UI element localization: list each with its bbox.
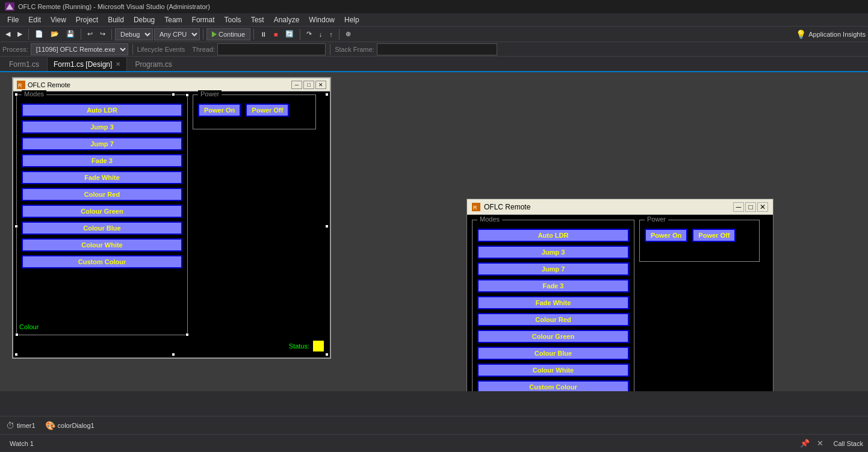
tb-step-over[interactable]: ↷ [303, 28, 315, 41]
runtime-jump7-btn[interactable]: Jump 7 [477, 262, 629, 276]
menu-debug[interactable]: Debug [129, 14, 160, 25]
designer-custom-colour-btn[interactable]: Custom Colour [22, 255, 182, 268]
menu-build[interactable]: Build [103, 14, 129, 25]
tab-program-cs-label: Program.cs [135, 60, 172, 69]
runtime-auto-ldr-btn[interactable]: Auto LDR [477, 229, 629, 242]
designer-colour-blue-btn[interactable]: Colour Blue [22, 221, 182, 235]
menu-team[interactable]: Team [160, 14, 187, 25]
runtime-colour-green-btn[interactable]: Colour Green [477, 330, 629, 343]
designer-minimize-btn[interactable]: ─ [291, 81, 302, 89]
modes-sel-br[interactable] [185, 333, 189, 336]
stack-frame-input[interactable] [377, 43, 497, 55]
tb-open-btn[interactable]: 📂 [48, 28, 62, 41]
tab-program-cs[interactable]: Program.cs [128, 57, 178, 71]
designer-fade3-btn[interactable]: Fade 3 [22, 154, 182, 167]
tb-undo-btn[interactable]: ↩ [84, 28, 96, 41]
application-insights-button[interactable]: 💡 Application Insights [796, 29, 866, 39]
close-panel-btn[interactable]: ✕ [814, 438, 826, 449]
menu-help[interactable]: Help [339, 14, 364, 25]
runtime-jump3-btn[interactable]: Jump 3 [477, 246, 629, 259]
ai-label: Application Insights [808, 31, 866, 38]
lifecycle-label: Lifecycle Events [137, 46, 185, 53]
designer-power-off-btn[interactable]: Power Off [246, 104, 289, 117]
runtime-power-label: Power [645, 215, 668, 223]
watch1-tab[interactable]: Watch 1 [5, 439, 39, 448]
title-bar: OFLC Remote (Running) - Microsoft Visual… [0, 0, 868, 13]
tb-stop-btn[interactable]: ■ [271, 28, 281, 41]
tb-step-out[interactable]: ↑ [326, 28, 336, 41]
runtime-custom-colour-btn[interactable]: Custom Colour [477, 380, 629, 391]
menu-edit[interactable]: Edit [23, 14, 46, 25]
menu-window[interactable]: Window [304, 14, 339, 25]
tab-form1-cs-design[interactable]: Form1.cs [Design] ✕ [47, 57, 127, 71]
runtime-close-btn[interactable]: ✕ [757, 202, 768, 212]
toolbar2: Process: [11096] OFLC Remote.exe Lifecyc… [0, 42, 868, 57]
designer-maximize-btn[interactable]: □ [303, 81, 314, 89]
designer-power-group: Power Power On Power Off [193, 94, 316, 129]
tb-breakpoints[interactable]: ⊕ [343, 28, 354, 41]
tb-forward-btn[interactable]: ▶ [14, 28, 25, 41]
tab-form1-cs-design-close[interactable]: ✕ [116, 61, 120, 67]
runtime-colour-white-btn[interactable]: Colour White [477, 364, 629, 377]
designer-colour-white-btn[interactable]: Colour White [22, 238, 182, 252]
tb-new-btn[interactable]: 📄 [32, 28, 46, 41]
runtime-title: OFLC Remote [484, 203, 530, 211]
runtime-power-on-btn[interactable]: Power On [645, 229, 687, 242]
menu-project[interactable]: Project [71, 14, 103, 25]
sel-handle-mr[interactable] [325, 224, 329, 228]
tb-sep-3 [111, 29, 112, 40]
runtime-power-off-btn[interactable]: Power Off [692, 229, 736, 242]
sel-handle-ml[interactable] [14, 224, 18, 228]
designer-jump3-btn[interactable]: Jump 3 [22, 120, 182, 134]
stack-frame-label: Stack Frame: [335, 46, 374, 53]
designer-jump7-btn[interactable]: Jump 7 [22, 137, 182, 150]
designer-power-on-btn[interactable]: Power On [198, 104, 241, 117]
tb-back-btn[interactable]: ◀ [2, 28, 13, 41]
tb-pause-btn[interactable]: ⏸ [257, 28, 270, 41]
tb-sep-4 [203, 29, 203, 40]
sel-handle-br[interactable] [325, 353, 329, 356]
continue-button[interactable]: Continue [206, 28, 250, 40]
designer-colour-red-btn[interactable]: Colour Red [22, 188, 182, 201]
tab-form1-cs[interactable]: Form1.cs [2, 57, 46, 71]
tb-redo-btn[interactable]: ↪ [97, 28, 108, 41]
sel-handle-bm[interactable] [172, 353, 175, 356]
menu-file[interactable]: File [2, 14, 23, 25]
sel-handle-bl[interactable] [14, 353, 18, 356]
process-select[interactable]: [11096] OFLC Remote.exe [31, 43, 128, 55]
designer-colour-green-btn[interactable]: Colour Green [22, 205, 182, 218]
designer-status-label: Status: [289, 342, 309, 350]
modes-sel-tr[interactable] [185, 93, 189, 97]
tb-restart-btn[interactable]: 🔄 [282, 28, 297, 41]
tb-save-btn[interactable]: 💾 [63, 28, 78, 41]
tb-sep-7 [339, 29, 339, 40]
sel-handle-tm[interactable] [172, 93, 175, 96]
designer-win-buttons: ─ □ ✕ [290, 81, 326, 89]
sel-handle-tr[interactable] [325, 93, 329, 96]
svg-text:R: R [473, 205, 477, 211]
pin-icon-btn[interactable]: 📌 [798, 438, 812, 449]
thread-input[interactable] [217, 43, 326, 55]
runtime-fade3-btn[interactable]: Fade 3 [477, 279, 629, 293]
tb-step-into[interactable]: ↓ [316, 28, 326, 41]
menu-bar: File Edit View Project Build Debug Team … [0, 13, 868, 26]
runtime-fade-white-btn[interactable]: Fade White [477, 296, 629, 309]
designer-close-btn[interactable]: ✕ [315, 81, 326, 89]
runtime-colour-red-btn[interactable]: Colour Red [477, 313, 629, 326]
sel-handle-tl[interactable] [14, 93, 18, 96]
runtime-minimize-btn[interactable]: ─ [733, 202, 744, 212]
menu-tools[interactable]: Tools [220, 14, 246, 25]
modes-sel-bl[interactable] [15, 333, 19, 336]
designer-status-area: Status: [289, 341, 324, 351]
menu-format[interactable]: Format [187, 14, 220, 25]
runtime-colour-blue-btn[interactable]: Colour Blue [477, 347, 629, 360]
runtime-maximize-btn[interactable]: □ [745, 202, 756, 212]
menu-view[interactable]: View [46, 14, 71, 25]
menu-test[interactable]: Test [246, 14, 269, 25]
process-label: Process: [2, 46, 28, 53]
designer-fade-white-btn[interactable]: Fade White [22, 171, 182, 184]
cpu-select[interactable]: Any CPU [154, 28, 200, 40]
menu-analyze[interactable]: Analyze [269, 14, 305, 25]
debug-mode-select[interactable]: Debug [115, 28, 153, 40]
designer-auto-ldr-btn[interactable]: Auto LDR [22, 104, 182, 117]
